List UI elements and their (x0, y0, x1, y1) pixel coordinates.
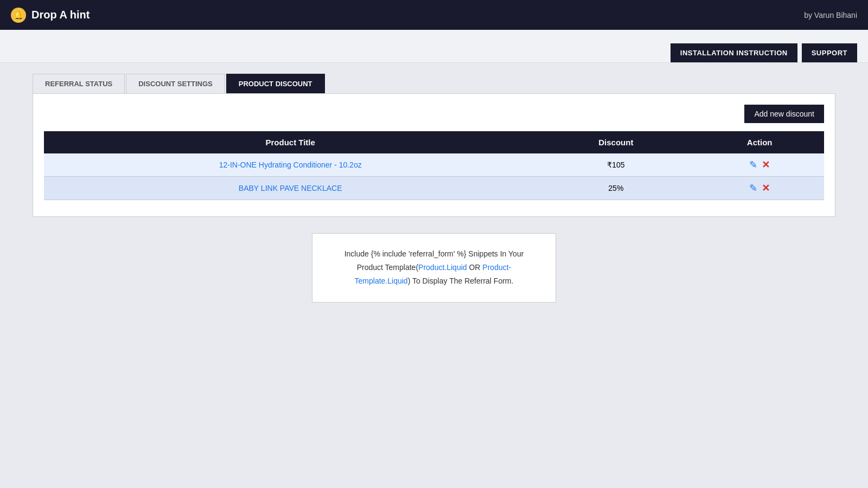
table-cell-product: 12-IN-ONE Hydrating Conditioner - 10.2oz (44, 153, 537, 177)
tab-product-discount[interactable]: PRODUCT DISCOUNT (226, 74, 325, 93)
app-header: 🔔 Drop A hint by Varun Bihani (0, 0, 868, 30)
tab-referral-status[interactable]: REFERRAL STATUS (33, 74, 125, 93)
delete-icon[interactable]: ✕ (762, 159, 770, 171)
header-attribution: by Varun Bihani (804, 11, 857, 20)
col-header-discount: Discount (537, 131, 695, 153)
table-row: BABY LINK PAVE NECKLACE25%✎✕ (44, 177, 824, 200)
tab-discount-settings[interactable]: DISCOUNT SETTINGS (126, 74, 225, 93)
col-header-product-title: Product Title (44, 131, 537, 153)
main-content: REFERRAL STATUS DISCOUNT SETTINGS PRODUC… (0, 63, 868, 330)
add-new-discount-button[interactable]: Add new discount (744, 105, 824, 123)
tab-bar: REFERRAL STATUS DISCOUNT SETTINGS PRODUC… (33, 74, 835, 93)
edit-icon[interactable]: ✎ (749, 182, 757, 194)
table-cell-action: ✎✕ (695, 177, 824, 200)
info-text-after: ) To Display The Referral Form. (408, 277, 514, 285)
app-title: Drop A hint (31, 9, 90, 21)
header-left: 🔔 Drop A hint (11, 8, 90, 23)
product-discount-panel: Add new discount Product Title Discount … (33, 93, 835, 217)
table-row: 12-IN-ONE Hydrating Conditioner - 10.2oz… (44, 153, 824, 177)
support-button[interactable]: SUPPORT (802, 43, 857, 62)
discount-table: Product Title Discount Action 12-IN-ONE … (44, 131, 824, 200)
table-cell-discount: 25% (537, 177, 695, 200)
info-box: Include {% include 'referral_form' %} Sn… (312, 233, 556, 303)
action-icons-group: ✎✕ (703, 159, 816, 171)
delete-icon[interactable]: ✕ (762, 182, 770, 194)
app-logo: 🔔 (11, 8, 26, 23)
table-cell-discount: ₹105 (537, 153, 695, 177)
installation-instruction-button[interactable]: INSTALLATION INSTRUCTION (671, 43, 797, 62)
action-icons-group: ✎✕ (703, 182, 816, 194)
sub-header: INSTALLATION INSTRUCTION SUPPORT (0, 30, 868, 63)
edit-icon[interactable]: ✎ (749, 159, 757, 171)
table-toolbar: Add new discount (44, 105, 824, 123)
product-liquid-link[interactable]: Product.Liquid (418, 263, 467, 272)
logo-icon: 🔔 (14, 11, 23, 20)
info-text-middle: OR (467, 263, 483, 272)
product-title-link[interactable]: BABY LINK PAVE NECKLACE (239, 184, 342, 192)
col-header-action: Action (695, 131, 824, 153)
table-header-row: Product Title Discount Action (44, 131, 824, 153)
table-cell-action: ✎✕ (695, 153, 824, 177)
product-title-link[interactable]: 12-IN-ONE Hydrating Conditioner - 10.2oz (219, 160, 362, 169)
table-cell-product: BABY LINK PAVE NECKLACE (44, 177, 537, 200)
